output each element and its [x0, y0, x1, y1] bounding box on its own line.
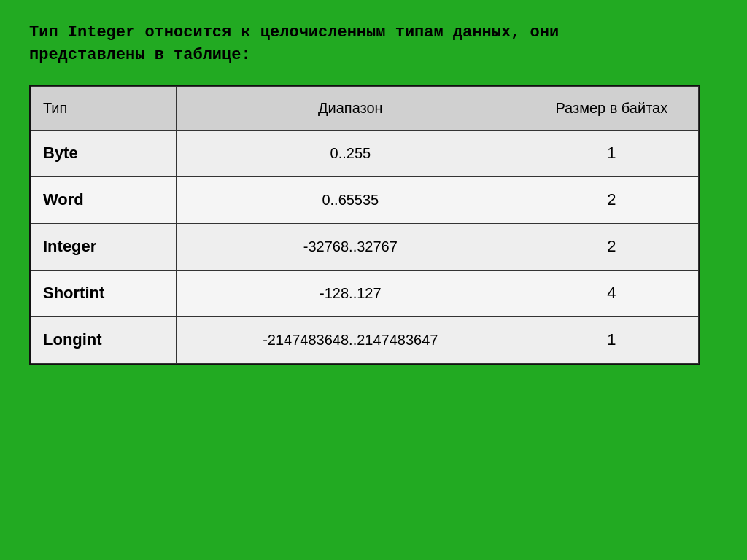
cell-type: Integer: [31, 223, 177, 270]
header-range: Диапазон: [177, 86, 525, 130]
table-header-row: Тип Диапазон Размер в байтах: [31, 86, 699, 130]
cell-range: -32768..32767: [177, 223, 525, 270]
cell-type: Longint: [31, 316, 177, 363]
cell-size: 1: [525, 130, 698, 176]
cell-type: Byte: [31, 130, 177, 176]
table-row: Longint-2147483648..21474836471: [31, 316, 699, 363]
cell-range: 0..65535: [177, 176, 525, 223]
intro-line1: Тип Integer относится к целочисленным ти…: [29, 23, 559, 42]
intro-line2: представлены в таблице:: [29, 46, 251, 64]
table-row: Word0..655352: [31, 176, 699, 223]
cell-range: 0..255: [177, 130, 525, 176]
cell-range: -128..127: [177, 270, 525, 316]
page: Тип Integer относится к целочисленным ти…: [0, 0, 747, 560]
intro-text: Тип Integer относится к целочисленным ти…: [29, 22, 718, 67]
table-wrapper: Тип Диапазон Размер в байтах Byte0..2551…: [29, 85, 700, 365]
header-size: Размер в байтах: [525, 86, 698, 130]
table-row: Byte0..2551: [31, 130, 699, 176]
table-row: Shortint-128..1274: [31, 270, 699, 316]
cell-type: Word: [31, 176, 177, 223]
header-type: Тип: [31, 86, 177, 130]
cell-size: 2: [525, 223, 698, 270]
cell-range: -2147483648..2147483647: [177, 316, 525, 363]
cell-size: 4: [525, 270, 698, 316]
cell-size: 1: [525, 316, 698, 363]
cell-type: Shortint: [31, 270, 177, 316]
cell-size: 2: [525, 176, 698, 223]
table-row: Integer-32768..327672: [31, 223, 699, 270]
data-table: Тип Диапазон Размер в байтах Byte0..2551…: [31, 86, 699, 364]
